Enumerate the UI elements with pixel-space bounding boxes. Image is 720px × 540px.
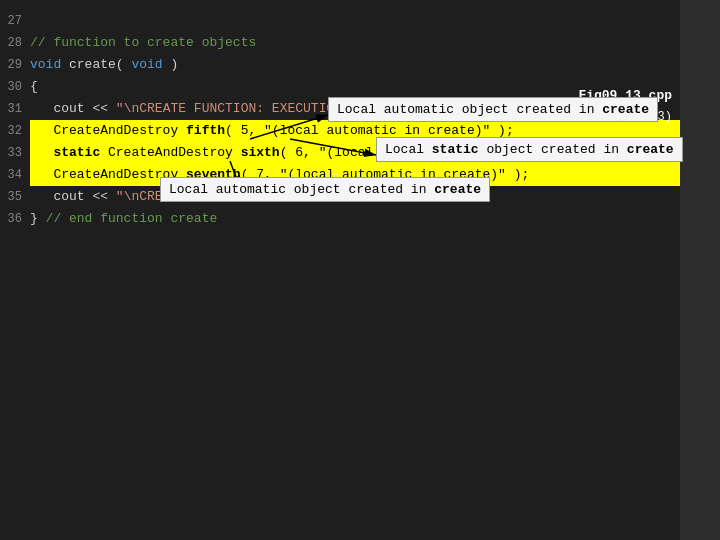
- code-line-36: 36 } // end function create: [0, 208, 680, 230]
- line-content: static CreateAndDestroy sixth( 6, "(loca…: [30, 142, 680, 164]
- line-number: 32: [0, 120, 30, 142]
- code-editor: 27 28 // function to create objects 29 v…: [0, 0, 680, 540]
- right-panel: [680, 0, 720, 540]
- line-content: void create( void ): [30, 54, 680, 76]
- line-content: CreateAndDestroy seventh( 7, "(local aut…: [30, 164, 680, 186]
- line-content: cout << "\nCREATE FUNCTION: EXECUTION EN…: [30, 186, 680, 208]
- fig-label: Fig09_13.cpp: [578, 88, 672, 103]
- code-line-32: 32 CreateAndDestroy fifth( 5, "(local au…: [0, 120, 680, 142]
- line-number: 27: [0, 10, 30, 32]
- line-content: } // end function create: [30, 208, 680, 230]
- line-number: 34: [0, 164, 30, 186]
- code-line-27: 27: [0, 10, 680, 32]
- code-line-33: 33 static CreateAndDestroy sixth( 6, "(l…: [0, 142, 680, 164]
- code-line-35: 35 cout << "\nCREATE FUNCTION: EXECUTION…: [0, 186, 680, 208]
- line-content: CreateAndDestroy fifth( 5, "(local autom…: [30, 120, 680, 142]
- line-number: 36: [0, 208, 30, 230]
- line-number: 28: [0, 32, 30, 54]
- page-number: (2 of 3): [614, 110, 672, 124]
- code-line-28: 28 // function to create objects: [0, 32, 680, 54]
- line-number: 30: [0, 76, 30, 98]
- code-line-29: 29 void create( void ): [0, 54, 680, 76]
- line-number: 31: [0, 98, 30, 120]
- line-content: // function to create objects: [30, 32, 680, 54]
- code-line-34: 34 CreateAndDestroy seventh( 7, "(local …: [0, 164, 680, 186]
- line-number: 33: [0, 142, 30, 164]
- line-number: 29: [0, 54, 30, 76]
- line-number: 35: [0, 186, 30, 208]
